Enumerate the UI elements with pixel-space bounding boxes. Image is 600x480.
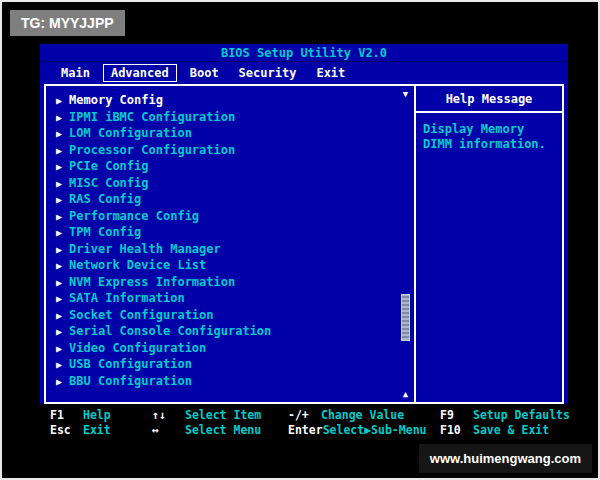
help-text: Display Memory DIMM information. [416,113,562,161]
list-item-serial-console[interactable]: ▶Serial Console Configuration [46,323,414,340]
legend-key: F1 [50,408,83,422]
list-item-label: PCIe Config [69,159,148,173]
legend-entry-f10: F10Save & Exit [440,423,570,438]
list-item-video[interactable]: ▶Video Configuration [46,340,414,357]
list-item-processor[interactable]: ▶Processor Configuration [46,142,414,159]
legend-action: Select Menu [185,423,261,437]
list-item-label: Serial Console Configuration [69,324,271,338]
legend-action: Select▶Sub-Menu [323,423,427,437]
legend-key: Esc [50,423,83,437]
list-item-label: BBU Configuration [69,374,192,388]
legend-key: ↑↓ [152,408,185,422]
list-item-label: MISC Config [69,176,148,190]
submenu-arrow-icon: ▶ [56,227,62,238]
bios-title: BIOS Setup Utility V2.0 [40,44,568,62]
list-item-performance[interactable]: ▶Performance Config [46,208,414,225]
tab-boot[interactable]: Boot [183,65,226,81]
submenu-arrow-icon: ▶ [56,194,62,205]
list-item-label: IPMI iBMC Configuration [69,110,235,124]
triangle-down-icon[interactable]: ▼ [400,88,411,100]
list-item-label: Driver Health Manager [69,242,221,256]
submenu-arrow-icon: ▶ [56,376,62,387]
submenu-arrow-icon: ▶ [56,178,62,189]
legend-entry-f9: F9Setup Defaults [440,408,570,423]
settings-list: ▶Memory Config ▶IPMI iBMC Configuration … [46,86,414,402]
legend-action: Select Item [185,408,261,422]
submenu-arrow-icon: ▶ [56,161,62,172]
submenu-arrow-icon: ▶ [56,326,62,337]
list-item-sata[interactable]: ▶SATA Information [46,290,414,307]
legend-entry-f1: F1Help [50,408,152,423]
list-item-label: Network Device List [69,258,206,272]
list-item-label: RAS Config [69,192,141,206]
submenu-arrow-icon: ▶ [56,260,62,271]
legend-entry-updown: ↑↓Select Item [152,408,288,423]
submenu-arrow-icon: ▶ [56,310,62,321]
legend-entry-leftright: ↔Select Menu [152,423,288,438]
submenu-arrow-icon: ▶ [56,211,62,222]
legend-key: F10 [440,423,473,437]
legend-action: Save & Exit [473,423,549,437]
list-item-socket[interactable]: ▶Socket Configuration [46,307,414,324]
menu-bar: Main Advanced Boot Security Exit [40,62,568,84]
submenu-arrow-icon: ▶ [56,112,62,123]
submenu-arrow-icon: ▶ [56,128,62,139]
list-item-label: Memory Config [69,93,163,107]
submenu-arrow-icon: ▶ [56,277,62,288]
list-item-label: SATA Information [69,291,185,305]
screenshot-root: BIOS Setup Utility V2.0 Main Advanced Bo… [0,0,600,480]
tab-advanced[interactable]: Advanced [103,64,177,82]
list-item-bbu[interactable]: ▶BBU Configuration [46,373,414,390]
legend-action: Exit [83,423,111,437]
watermark-bottom: www.huimengwang.com [419,444,592,473]
submenu-arrow-icon: ▶ [56,293,62,304]
scrollbar-thumb[interactable] [401,294,410,341]
tab-exit[interactable]: Exit [309,65,352,81]
submenu-arrow-icon: ▶ [56,343,62,354]
list-item-memory-config[interactable]: ▶Memory Config [46,92,414,109]
list-item-label: Performance Config [69,209,199,223]
tab-main[interactable]: Main [54,65,97,81]
list-item-label: Processor Configuration [69,143,235,157]
bios-screen: BIOS Setup Utility V2.0 Main Advanced Bo… [40,44,568,442]
list-item-nvm-express[interactable]: ▶NVM Express Information [46,274,414,291]
legend-entry-plusminus: -/+Change Value [288,408,440,423]
legend-entry-enter: EnterSelect▶Sub-Menu [288,423,440,438]
list-item-pcie[interactable]: ▶PCIe Config [46,158,414,175]
list-item-label: Video Configuration [69,341,206,355]
legend-entry-esc: EscExit [50,423,152,438]
submenu-arrow-icon: ▶ [56,359,62,370]
list-item-network-device[interactable]: ▶Network Device List [46,257,414,274]
legend-action: Help [83,408,111,422]
legend-bar: F1Help ↑↓Select Item -/+Change Value F9S… [40,404,568,442]
help-panel: Help Message Display Memory DIMM informa… [414,86,562,402]
list-item-ipmi-ibmc[interactable]: ▶IPMI iBMC Configuration [46,109,414,126]
legend-key: -/+ [288,408,321,422]
legend-key: Enter [288,423,323,437]
legend-key: ↔ [152,423,185,437]
list-item-usb[interactable]: ▶USB Configuration [46,356,414,373]
list-item-label: LOM Configuration [69,126,192,140]
triangle-up-icon[interactable]: ▲ [400,388,411,400]
watermark-top: TG: MYYJJPP [10,10,125,36]
submenu-arrow-icon: ▶ [56,145,62,156]
list-item-lom[interactable]: ▶LOM Configuration [46,125,414,142]
tab-security[interactable]: Security [232,65,304,81]
submenu-arrow-icon: ▶ [56,95,62,106]
list-item-misc[interactable]: ▶MISC Config [46,175,414,192]
list-item-ras[interactable]: ▶RAS Config [46,191,414,208]
list-item-label: TPM Config [69,225,141,239]
submenu-arrow-icon: ▶ [56,244,62,255]
legend-key: F9 [440,408,473,422]
legend-action: Change Value [321,408,404,422]
list-item-label: NVM Express Information [69,275,235,289]
list-item-label: USB Configuration [69,357,192,371]
list-item-driver-health[interactable]: ▶Driver Health Manager [46,241,414,258]
help-header: Help Message [416,86,562,113]
main-area: ▶Memory Config ▶IPMI iBMC Configuration … [44,84,564,404]
scrollbar[interactable]: ▼ ▲ [400,88,411,400]
list-item-tpm[interactable]: ▶TPM Config [46,224,414,241]
list-item-label: Socket Configuration [69,308,214,322]
legend-action: Setup Defaults [473,408,570,422]
